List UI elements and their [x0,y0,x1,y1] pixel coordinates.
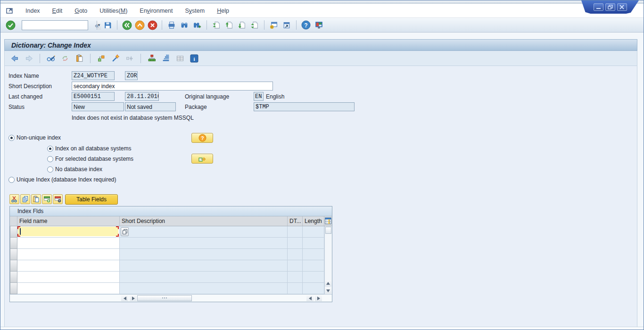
short-description-field[interactable]: secondary index [72,82,273,91]
short-description-cell[interactable] [120,260,288,272]
find-next-button[interactable] [192,20,202,30]
horizontal-scrollbar[interactable] [10,294,332,302]
column-header-dt[interactable]: DT... [288,216,303,226]
vertical-scrollbar[interactable] [324,226,332,294]
radio-selected-db[interactable]: For selected database systems [47,156,133,162]
radio-no-db-index[interactable]: No database index [47,166,102,173]
command-field[interactable] [22,21,97,29]
next-object-button[interactable] [24,53,34,64]
refresh-button[interactable] [60,53,70,64]
field-name-cell[interactable] [17,283,120,294]
print-button[interactable] [166,20,177,30]
index-id-field[interactable]: ZOR [125,71,138,80]
short-description-cell[interactable] [120,283,288,294]
choose-db-systems-button[interactable] [191,154,213,164]
horizontal-scrollbar-thumb[interactable] [137,295,192,301]
vertical-scrollbar-thumb[interactable] [325,227,331,234]
short-description-cell[interactable] [120,272,288,283]
insert-row-button[interactable] [42,194,52,204]
enter-button[interactable] [5,20,16,30]
delete-row-button[interactable] [53,194,63,204]
hierarchy-button[interactable] [147,53,157,64]
scroll-right-button[interactable] [130,295,137,301]
short-description-cell[interactable] [120,226,288,238]
column-header-length[interactable]: Length [303,216,324,226]
find-button[interactable] [179,20,190,30]
page-up-button[interactable] [224,20,234,30]
forward-inactive-button[interactable] [124,53,135,64]
screen-menu-icon[interactable] [6,8,14,14]
menu-item-edit[interactable]: Edit [50,6,66,16]
customize-layout-button[interactable] [314,20,324,30]
package-field[interactable]: $TMP [254,102,355,111]
save-button[interactable] [102,20,113,30]
pane-scroll-left-button[interactable] [306,295,314,301]
table-configuration-button[interactable] [324,216,332,226]
scroll-up-button[interactable] [325,280,331,287]
cancel-button[interactable] [147,20,157,30]
menu-item-index[interactable]: Index [23,6,43,16]
close-button[interactable] [617,3,627,11]
collapse-toolbar-button[interactable]: « [93,21,100,29]
display-change-button[interactable] [46,53,56,64]
radio-index-all-db[interactable]: Index on all database systems [47,145,131,152]
minimize-button[interactable] [594,3,603,11]
last-changed-user-field[interactable]: E5000151 [72,92,115,101]
short-description-cell[interactable] [120,249,288,260]
row-selector[interactable] [10,283,17,294]
copy-object-button[interactable] [74,53,84,64]
row-selector[interactable] [10,238,17,249]
help-button[interactable]: ? [301,20,311,30]
field-name-cell[interactable] [17,238,120,249]
row-selector[interactable] [10,260,17,272]
copy-button[interactable] [20,194,30,204]
field-name-cell[interactable] [17,260,120,272]
first-page-button[interactable] [211,20,222,30]
radio-unique-index[interactable]: Unique Index (database Index required) [8,176,116,183]
restore-button[interactable] [605,3,615,11]
sort-button[interactable] [161,53,171,64]
enter-check-icon [6,20,16,30]
index-help-button[interactable]: ? [191,133,213,143]
short-description-cell[interactable] [120,238,288,249]
index-name-field[interactable]: Z24_WOTYPE [72,71,115,80]
field-name-cell-selected[interactable] [17,226,120,238]
table-display-button[interactable] [175,53,185,64]
info-button[interactable]: i [189,53,199,64]
exit-button[interactable] [134,20,145,30]
menu-item-environment[interactable]: Environment [137,6,175,16]
scroll-down-button[interactable] [325,288,331,294]
menu-item-system[interactable]: System [182,6,208,16]
column-header-field-name[interactable]: Field name [17,216,120,226]
where-used-button[interactable] [96,53,107,64]
field-name-cell[interactable] [17,249,120,260]
paste-button[interactable] [31,194,41,204]
row-selector[interactable] [10,226,17,238]
activate-button[interactable] [110,53,121,64]
radio-non-unique-index[interactable]: Non-unique index [8,134,61,141]
focused-input-cell[interactable] [18,227,118,236]
scroll-left-button[interactable] [121,295,128,301]
menu-item-help[interactable]: Help [214,6,232,16]
row-selector[interactable] [10,249,17,260]
length-cell [303,249,324,260]
index-name-label: Index Name [8,73,39,79]
length-cell [303,272,324,283]
menu-item-utilities[interactable]: Utilities(M) [97,6,130,16]
cut-button[interactable] [9,194,19,204]
last-changed-date-field[interactable]: 28.11.2016 [125,92,159,101]
field-name-cell[interactable] [17,272,120,283]
original-language-field[interactable]: EN [254,92,264,101]
back-button[interactable] [122,20,132,30]
previous-object-button[interactable] [9,53,20,64]
last-page-button[interactable] [249,20,260,30]
menu-item-goto[interactable]: Goto [72,6,90,16]
table-fields-button[interactable]: Table Fields [65,194,118,205]
create-shortcut-button[interactable] [281,20,292,30]
new-session-button[interactable] [269,20,279,30]
value-help-button[interactable] [121,227,129,236]
page-down-button[interactable] [237,20,247,30]
column-header-short-description[interactable]: Short Description [120,216,288,226]
row-selector[interactable] [10,272,17,283]
pane-scroll-right-button[interactable] [315,295,322,301]
